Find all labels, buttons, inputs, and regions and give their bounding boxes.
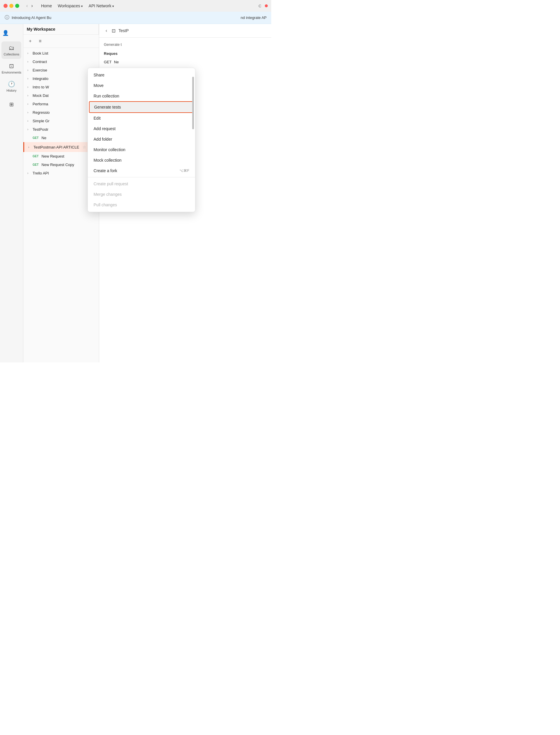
create-fork-label: Create a fork [94, 168, 117, 173]
menu-divider [88, 177, 195, 177]
add-collection-button[interactable]: + [26, 37, 34, 45]
chevron-right-icon: › [27, 111, 31, 114]
menu-item-add-request[interactable]: Add request [88, 123, 195, 134]
merge-changes-label: Merge changes [94, 192, 122, 197]
requests-header: Reques [104, 51, 267, 56]
get-badge: GET [104, 60, 112, 64]
back-button[interactable]: ‹ [104, 27, 109, 34]
collection-name: Integratio [33, 76, 96, 81]
status-letter: C [259, 4, 261, 8]
chevron-down-icon: › [27, 128, 31, 131]
panel-title: TestP [118, 28, 129, 33]
sidebar-item-environments[interactable]: ⊡ Environments [1, 59, 21, 77]
move-label: Move [94, 83, 104, 88]
collection-name: Mock Dat [33, 93, 96, 98]
create-pull-request-label: Create pull request [94, 181, 128, 186]
collections-panel: My Workspace + ≡ › Book List › Contract [23, 24, 99, 362]
collection-name: Performa [33, 102, 96, 106]
chevron-down-icon: › [28, 146, 32, 149]
menu-item-create-pull-request: Create pull request [88, 178, 195, 189]
main-layout: 👤 🗂 Collections ⊡ Environments 🕐 History… [0, 24, 271, 362]
chevron-right-icon: › [27, 94, 31, 97]
chevron-right-icon: › [27, 171, 31, 175]
menu-item-mock-collection[interactable]: Mock collection [88, 155, 195, 165]
list-item[interactable]: › Book List [23, 49, 99, 57]
back-arrow[interactable]: ‹ [25, 3, 29, 8]
forward-arrow[interactable]: › [30, 3, 34, 8]
right-panel-header: ‹ ⊡ TestP [99, 24, 271, 38]
close-button[interactable] [3, 4, 8, 8]
sidebar-item-history[interactable]: 🕐 History [1, 78, 21, 95]
chevron-right-icon: › [27, 102, 31, 106]
menu-item-edit[interactable]: Edit [88, 113, 195, 123]
menu-item-merge-changes: Merge changes [88, 189, 195, 199]
collections-icon: 🗂 [8, 45, 14, 51]
workspace-name-row: My Workspace [23, 24, 99, 35]
generate-tests-label: Generate tests [94, 105, 121, 109]
get-badge: GET [33, 155, 39, 158]
get-badge: GET [33, 136, 39, 139]
maximize-button[interactable] [15, 4, 19, 8]
collection-name: Exercise [33, 68, 96, 72]
sidebar-item-collections[interactable]: 🗂 Collections [1, 41, 21, 59]
top-right-area: C [259, 4, 268, 8]
workspaces-tab[interactable]: Workspaces [58, 3, 83, 8]
collection-name: Intro to W [33, 85, 96, 89]
chevron-right-icon: › [27, 77, 31, 80]
chevron-right-icon: › [27, 52, 31, 55]
addons-icon: ⊞ [9, 101, 14, 108]
run-collection-label: Run collection [94, 94, 119, 98]
star-icon[interactable]: ☆ [83, 145, 86, 149]
menu-item-share[interactable]: Share [88, 70, 195, 80]
collection-name: Book List [33, 51, 96, 55]
home-tab[interactable]: Home [41, 3, 52, 8]
share-label: Share [94, 73, 104, 77]
banner-right-text: nd integrate AP [241, 15, 267, 20]
monitor-collection-label: Monitor collection [94, 147, 125, 152]
collection-name: Trello API [33, 171, 96, 175]
chevron-right-icon: › [27, 85, 31, 89]
minimize-button[interactable] [9, 4, 13, 8]
environments-icon: ⊡ [9, 62, 14, 69]
create-fork-shortcut: ⌥⌘F [179, 169, 189, 173]
collection-name: Contract [33, 59, 96, 64]
collection-name: TestPostman API ARTICLE [34, 145, 81, 149]
banner-text: Introducing AI Agent Bu [12, 15, 51, 20]
chevron-right-icon: › [27, 60, 31, 63]
request-name: Ne [114, 60, 119, 64]
filter-button[interactable]: ≡ [36, 37, 44, 45]
traffic-lights [3, 4, 19, 8]
request-row[interactable]: GET Ne [104, 58, 267, 66]
sidebar-item-addons[interactable]: ⊞ [1, 96, 21, 113]
get-badge: GET [33, 163, 39, 166]
environments-label: Environments [2, 71, 21, 74]
collection-name: TestPostr [33, 127, 96, 132]
workspace-user[interactable]: 👤 [0, 27, 23, 38]
chevron-right-icon: › [27, 69, 31, 72]
title-tabs: Home Workspaces API Network [41, 3, 114, 8]
collection-name: Regressio [33, 110, 96, 115]
title-bar: ‹ › Home Workspaces API Network C [0, 0, 271, 12]
menu-scrollbar[interactable] [192, 77, 194, 129]
history-icon: 🕐 [8, 80, 15, 87]
collections-label: Collections [3, 52, 19, 56]
panel-toolbar: + ≡ [23, 35, 99, 48]
list-item[interactable]: › Contract [23, 57, 99, 66]
panel-subtitle: Generate t [104, 42, 267, 47]
panel-icon: ⊡ [112, 28, 115, 34]
history-label: History [6, 89, 16, 92]
api-network-tab[interactable]: API Network [89, 3, 114, 8]
menu-item-run-collection[interactable]: Run collection [88, 91, 195, 101]
context-menu: Share Move Run collection Generate tests… [87, 68, 195, 212]
nav-arrows: ‹ › [25, 3, 34, 8]
add-folder-label: Add folder [94, 137, 112, 141]
menu-item-monitor-collection[interactable]: Monitor collection [88, 144, 195, 155]
collection-name: Simple Gr [33, 119, 96, 123]
icon-sidebar: 👤 🗂 Collections ⊡ Environments 🕐 History… [0, 24, 23, 362]
menu-item-add-folder[interactable]: Add folder [88, 134, 195, 144]
menu-item-create-fork[interactable]: Create a fork ⌥⌘F [88, 165, 195, 176]
user-icon: 👤 [2, 30, 9, 36]
chevron-right-icon: › [27, 119, 31, 122]
menu-item-move[interactable]: Move [88, 80, 195, 91]
menu-item-generate-tests[interactable]: Generate tests [89, 101, 194, 113]
